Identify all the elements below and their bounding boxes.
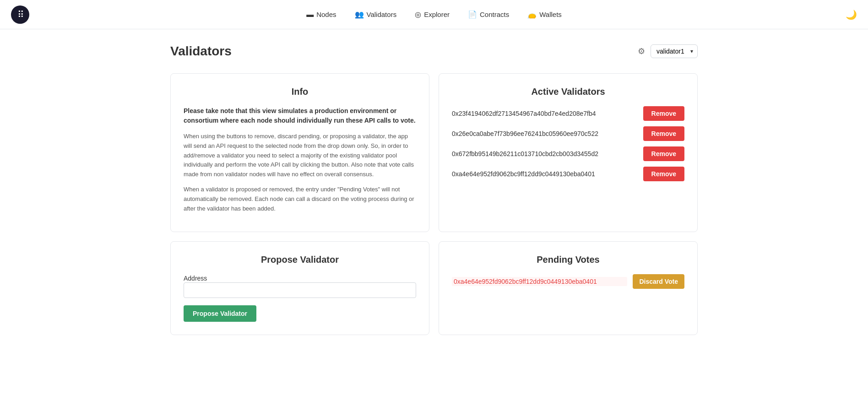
page-title: Validators xyxy=(170,44,232,59)
remove-validator-button[interactable]: Remove xyxy=(643,146,684,161)
app-logo[interactable]: ⠿ xyxy=(11,5,29,24)
nav-nodes[interactable]: ▬ Nodes xyxy=(306,8,336,21)
info-bold-text: Please take note that this view simulate… xyxy=(184,106,416,125)
nav-explorer-label: Explorer xyxy=(424,11,450,18)
info-title: Info xyxy=(184,87,416,97)
navbar: ⠿ ▬ Nodes 👥 Validators ◎ Explorer 📄 Cont… xyxy=(0,0,868,29)
nav-contracts[interactable]: 📄 Contracts xyxy=(468,8,509,21)
pending-vote-row: 0xa4e64e952fd9062bc9ff12dd9c0449130eba04… xyxy=(452,274,684,289)
logo-icon: ⠿ xyxy=(17,9,23,20)
nodes-icon: ▬ xyxy=(306,11,314,19)
info-card: Info Please take note that this view sim… xyxy=(170,73,429,232)
filter-icon[interactable]: ⚙ xyxy=(638,46,645,56)
nav-validators[interactable]: 👥 Validators xyxy=(355,8,397,21)
remove-validator-button[interactable]: Remove xyxy=(643,126,684,141)
address-label: Address xyxy=(184,275,207,282)
nav-menu: ▬ Nodes 👥 Validators ◎ Explorer 📄 Contra… xyxy=(306,8,562,21)
contracts-icon: 📄 xyxy=(468,10,477,19)
pending-votes-title: Pending Votes xyxy=(452,254,684,265)
remove-validator-button[interactable]: Remove xyxy=(643,106,684,121)
validators-list: 0x23f4194062df2713454967a40bd7e4ed208e7f… xyxy=(452,106,684,181)
nav-validators-label: Validators xyxy=(367,11,397,18)
validator-address: 0x26e0ca0abe7f73b96ee76241bc05960ee970c5… xyxy=(452,130,638,137)
nav-wallets-label: Wallets xyxy=(539,11,562,18)
explorer-icon: ◎ xyxy=(415,10,421,19)
discard-vote-button[interactable]: Discard Vote xyxy=(633,274,684,289)
address-input[interactable] xyxy=(184,282,416,298)
remove-validator-button[interactable]: Remove xyxy=(643,167,684,181)
page-header: Validators ⚙ validator1 validator2 valid… xyxy=(170,44,698,59)
validator-row: 0xa4e64e952fd9062bc9ff12dd9c0449130eba04… xyxy=(452,167,684,181)
propose-validator-card: Propose Validator Address Propose Valida… xyxy=(170,241,429,335)
nav-explorer[interactable]: ◎ Explorer xyxy=(415,8,450,21)
wallets-icon: 👝 xyxy=(527,10,537,19)
nav-nodes-label: Nodes xyxy=(316,11,336,18)
pending-votes-list: 0xa4e64e952fd9062bc9ff12dd9c0449130eba04… xyxy=(452,274,684,289)
pending-votes-card: Pending Votes 0xa4e64e952fd9062bc9ff12dd… xyxy=(439,241,698,335)
header-controls: ⚙ validator1 validator2 validator3 xyxy=(638,44,698,58)
active-validators-card: Active Validators 0x23f4194062df27134549… xyxy=(439,73,698,232)
propose-validator-button[interactable]: Propose Validator xyxy=(184,305,256,322)
validator-row: 0x26e0ca0abe7f73b96ee76241bc05960ee970c5… xyxy=(452,126,684,141)
validator-address: 0xa4e64e952fd9062bc9ff12dd9c0449130eba04… xyxy=(452,170,638,178)
validator-row: 0x23f4194062df2713454967a40bd7e4ed208e7f… xyxy=(452,106,684,121)
validator-row: 0x672fbb95149b26211c013710cbd2cb003d3455… xyxy=(452,146,684,161)
nav-contracts-label: Contracts xyxy=(480,11,509,18)
cards-grid: Info Please take note that this view sim… xyxy=(170,73,698,335)
validators-icon: 👥 xyxy=(355,10,364,19)
active-validators-title: Active Validators xyxy=(452,87,684,97)
node-selector-wrapper: validator1 validator2 validator3 xyxy=(651,44,698,58)
info-para2: When a validator is proposed or removed,… xyxy=(184,185,416,213)
validator-address: 0x23f4194062df2713454967a40bd7e4ed208e7f… xyxy=(452,110,638,117)
validator-address: 0x672fbb95149b26211c013710cbd2cb003d3455… xyxy=(452,150,638,157)
dark-mode-toggle[interactable]: 🌙 xyxy=(846,9,857,20)
pending-vote-address: 0xa4e64e952fd9062bc9ff12dd9c0449130eba04… xyxy=(452,277,627,286)
nav-wallets[interactable]: 👝 Wallets xyxy=(527,8,562,21)
propose-validator-title: Propose Validator xyxy=(184,254,416,265)
node-selector[interactable]: validator1 validator2 validator3 xyxy=(651,44,698,58)
page-content: Validators ⚙ validator1 validator2 valid… xyxy=(159,29,709,350)
info-para1: When using the buttons to remove, discar… xyxy=(184,132,416,179)
